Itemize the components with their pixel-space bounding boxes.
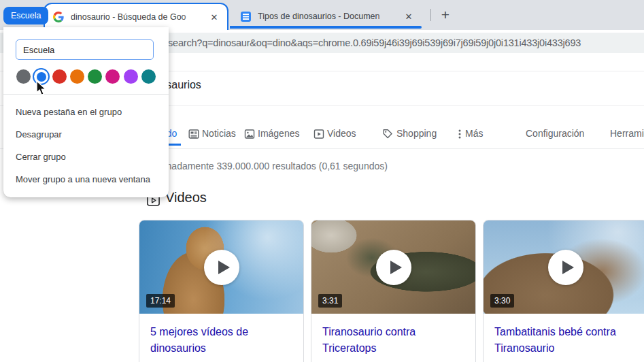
video-thumbnail[interactable]: 17:14 (139, 220, 303, 314)
video-card[interactable]: 17:14 5 mejores vídeos de dinosaurios (139, 220, 304, 362)
group-color-red[interactable] (52, 69, 67, 84)
news-icon (188, 129, 199, 139)
group-color-cyan[interactable] (141, 69, 156, 84)
more-vertical-icon (454, 129, 465, 139)
tab-group-underline (230, 26, 422, 29)
video-duration-badge: 17:14 (146, 294, 175, 308)
video-thumbnail[interactable]: 3:30 (484, 220, 644, 314)
group-color-green[interactable] (88, 69, 102, 84)
video-play-icon (313, 129, 324, 139)
video-thumbnail[interactable]: 3:31 (311, 220, 475, 314)
google-docs-icon (241, 12, 251, 22)
video-cards-row: 17:14 5 mejores vídeos de dinosaurios 3:… (139, 220, 644, 362)
group-color-purple[interactable] (124, 69, 138, 84)
tab-imagenes[interactable]: Imágenes (258, 128, 299, 139)
tag-icon (382, 129, 393, 139)
tab-noticias[interactable]: Noticias (202, 128, 236, 139)
tab-title: dinosaurio - Búsqueda de Goo (71, 12, 204, 22)
play-button-icon[interactable] (376, 250, 411, 285)
menu-items: Nueva pestaña en el grupo Desagrupar Cer… (3, 95, 169, 191)
play-button-icon[interactable] (548, 250, 583, 285)
play-button-icon[interactable] (204, 250, 239, 285)
tab-title: Tipos de dinosaurios - Documen (258, 12, 399, 21)
browser-window: dinosaurios Todo Noticias Imágenes Video… (0, 0, 644, 362)
tab-group-chip[interactable]: Escuela (3, 7, 48, 24)
tab-group-menu: Nueva pestaña en el grupo Desagrupar Cer… (3, 27, 169, 197)
menu-item-close-group[interactable]: Cerrar grupo (3, 146, 169, 168)
group-color-orange[interactable] (70, 69, 84, 84)
settings-link[interactable]: Configuración (526, 128, 584, 139)
group-name-input[interactable] (16, 39, 154, 60)
tools-link[interactable]: Herramientas (610, 128, 644, 139)
video-card[interactable]: 3:31 Tiranosaurio contra Triceratops (311, 220, 476, 362)
results-stats: Aproximadamente 339.000.000 resultados (… (137, 161, 388, 171)
close-icon[interactable]: ✕ (208, 11, 220, 23)
menu-item-move-group-to-new-window[interactable]: Mover grupo a una nueva ventana (3, 168, 169, 191)
url-text[interactable]: search?q=dinosaur&oq=dino&aqs=chrome.0.6… (168, 33, 581, 53)
group-color-pink[interactable] (105, 69, 120, 84)
video-title-link[interactable]: Tiranosaurio contra Triceratops (311, 314, 475, 362)
tab-mas[interactable]: Más (465, 128, 483, 139)
menu-item-ungroup[interactable]: Desagrupar (3, 123, 169, 146)
video-duration-badge: 3:31 (318, 294, 342, 308)
group-color-grey[interactable] (16, 69, 31, 84)
video-card[interactable]: 3:30 Tambatitanis bebé contra Tiranosaur… (483, 220, 644, 362)
menu-item-new-tab-in-group[interactable]: Nueva pestaña en el grupo (3, 101, 169, 123)
image-icon (244, 129, 255, 139)
video-duration-badge: 3:30 (490, 294, 514, 308)
google-g-icon (53, 12, 64, 22)
tab-divider (430, 9, 431, 21)
tab-shopping[interactable]: Shopping (396, 128, 437, 139)
videos-section-title: Videos (165, 190, 207, 205)
close-icon[interactable]: ✕ (403, 10, 415, 22)
mouse-cursor (35, 80, 50, 97)
new-tab-button[interactable]: + (436, 5, 455, 24)
video-title-link[interactable]: 5 mejores vídeos de dinosaurios (139, 314, 303, 362)
tab-dinosaurio-search[interactable]: dinosaurio - Búsqueda de Goo ✕ (44, 3, 228, 30)
video-title-link[interactable]: Tambatitanis bebé contra Tiranosaurio (484, 314, 644, 362)
tab-videos[interactable]: Videos (327, 128, 356, 139)
